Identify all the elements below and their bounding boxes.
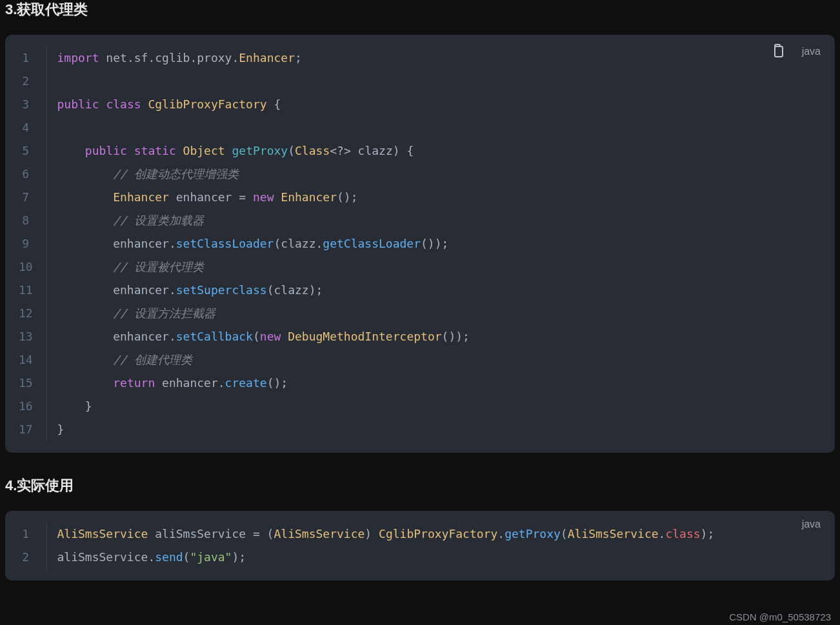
section-heading-3: 3.获取代理类 (0, 0, 840, 35)
code-table-2: 1AliSmsService aliSmsService = (AliSmsSe… (5, 522, 835, 569)
line-number: 1 (5, 46, 46, 70)
code-content[interactable]: AliSmsService aliSmsService = (AliSmsSer… (46, 522, 835, 546)
code-header: java (768, 43, 821, 61)
code-content[interactable]: } (46, 395, 835, 418)
line-number: 10 (5, 255, 46, 279)
code-content[interactable]: enhancer.setClassLoader(clazz.getClassLo… (46, 232, 835, 255)
code-line: 1import net.sf.cglib.proxy.Enhancer; (5, 46, 835, 70)
line-number: 16 (5, 395, 46, 418)
line-number: 14 (5, 348, 46, 372)
code-line: 15 return enhancer.create(); (5, 372, 835, 395)
code-line: 5 public static Object getProxy(Class<?>… (5, 139, 835, 163)
line-number: 9 (5, 232, 46, 255)
code-line: 4 (5, 116, 835, 139)
code-line: 17} (5, 418, 835, 441)
code-content[interactable]: return enhancer.create(); (46, 372, 835, 395)
code-block-1: java 1import net.sf.cglib.proxy.Enhancer… (5, 35, 835, 453)
code-line: 12 // 设置方法拦截器 (5, 302, 835, 325)
code-line: 16 } (5, 395, 835, 418)
code-header: java (802, 519, 821, 530)
line-number: 3 (5, 93, 46, 116)
code-line: 9 enhancer.setClassLoader(clazz.getClass… (5, 232, 835, 255)
code-lang-label: java (802, 519, 821, 530)
code-line: 6 // 创建动态代理增强类 (5, 163, 835, 186)
code-line: 10 // 设置被代理类 (5, 255, 835, 279)
line-number: 5 (5, 139, 46, 163)
line-number: 12 (5, 302, 46, 325)
code-content[interactable]: // 设置类加载器 (46, 209, 835, 232)
code-line: 14 // 创建代理类 (5, 348, 835, 372)
line-number: 8 (5, 209, 46, 232)
code-content[interactable] (46, 116, 835, 139)
code-line: 7 Enhancer enhancer = new Enhancer(); (5, 186, 835, 209)
code-line: 2 (5, 70, 835, 93)
code-line: 1AliSmsService aliSmsService = (AliSmsSe… (5, 522, 835, 546)
code-content[interactable]: } (46, 418, 835, 441)
line-number: 7 (5, 186, 46, 209)
line-number: 4 (5, 116, 46, 139)
line-number: 2 (5, 546, 46, 569)
code-content[interactable]: import net.sf.cglib.proxy.Enhancer; (46, 46, 835, 70)
code-line: 2aliSmsService.send("java"); (5, 546, 835, 569)
code-content[interactable]: enhancer.setCallback(new DebugMethodInte… (46, 325, 835, 348)
code-line: 3public class CglibProxyFactory { (5, 93, 835, 116)
line-number: 13 (5, 325, 46, 348)
code-content[interactable]: // 创建代理类 (46, 348, 835, 372)
code-content[interactable]: enhancer.setSuperclass(clazz); (46, 279, 835, 302)
code-table-1: 1import net.sf.cglib.proxy.Enhancer;2 3p… (5, 46, 835, 441)
line-number: 2 (5, 70, 46, 93)
code-content[interactable]: aliSmsService.send("java"); (46, 546, 835, 569)
code-content[interactable]: public static Object getProxy(Class<?> c… (46, 139, 835, 163)
code-content[interactable]: // 设置被代理类 (46, 255, 835, 279)
code-lang-label: java (802, 46, 821, 57)
line-number: 1 (5, 522, 46, 546)
code-content[interactable]: Enhancer enhancer = new Enhancer(); (46, 186, 835, 209)
code-line: 11 enhancer.setSuperclass(clazz); (5, 279, 835, 302)
code-content[interactable]: public class CglibProxyFactory { (46, 93, 835, 116)
section-heading-4: 4.实际使用 (0, 476, 840, 511)
line-number: 11 (5, 279, 46, 302)
code-line: 13 enhancer.setCallback(new DebugMethodI… (5, 325, 835, 348)
line-number: 17 (5, 418, 46, 441)
svg-rect-0 (775, 46, 783, 57)
copy-icon[interactable] (768, 43, 786, 61)
code-line: 8 // 设置类加载器 (5, 209, 835, 232)
line-number: 15 (5, 372, 46, 395)
code-block-2: java 1AliSmsService aliSmsService = (Ali… (5, 511, 835, 580)
line-number: 6 (5, 163, 46, 186)
code-content[interactable] (46, 70, 835, 93)
code-content[interactable]: // 创建动态代理增强类 (46, 163, 835, 186)
code-content[interactable]: // 设置方法拦截器 (46, 302, 835, 325)
